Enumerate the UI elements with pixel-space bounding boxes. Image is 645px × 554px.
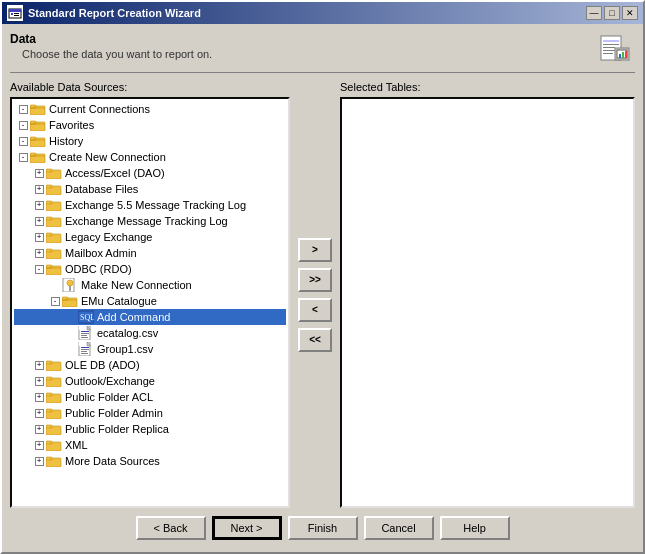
tree-item-odbc-rdo[interactable]: - ODBC (RDO) bbox=[14, 261, 286, 277]
help-button[interactable]: Help bbox=[440, 516, 510, 540]
tree-label-exchange-msg: Exchange Message Tracking Log bbox=[65, 215, 228, 227]
svg-rect-76 bbox=[46, 441, 52, 444]
tree-item-outlook-exchange[interactable]: + Outlook/Exchange bbox=[14, 373, 286, 389]
tree-label-public-folder-admin: Public Folder Admin bbox=[65, 407, 163, 419]
tree-item-public-folder-acl[interactable]: + Public Folder ACL bbox=[14, 389, 286, 405]
folder-icon-public-folder-replica bbox=[46, 423, 62, 435]
selected-tables-container[interactable] bbox=[340, 97, 635, 508]
tree-item-database-files[interactable]: + Database Files bbox=[14, 181, 286, 197]
tree-item-make-new-connection[interactable]: Make New Connection bbox=[14, 277, 286, 293]
tree-item-ole-db[interactable]: + OLE DB (ADO) bbox=[14, 357, 286, 373]
close-button[interactable]: ✕ bbox=[622, 6, 638, 20]
svg-rect-54 bbox=[79, 326, 87, 330]
tree-label-public-folder-acl: Public Folder ACL bbox=[65, 391, 153, 403]
expander-current-connections[interactable]: - bbox=[16, 102, 30, 116]
csv-icon-ecatalog-csv bbox=[78, 326, 94, 340]
tree-item-exchange-55[interactable]: + Exchange 5.5 Message Tracking Log bbox=[14, 197, 286, 213]
expander-exchange-55[interactable]: + bbox=[32, 198, 46, 212]
main-area: Available Data Sources: - Current Connec… bbox=[10, 81, 635, 508]
folder-icon-public-folder-admin bbox=[46, 407, 62, 419]
svg-rect-35 bbox=[46, 217, 52, 220]
left-panel: Available Data Sources: - Current Connec… bbox=[10, 81, 290, 508]
move-all-left-button[interactable]: << bbox=[298, 328, 332, 352]
expander-mailbox-admin[interactable]: + bbox=[32, 246, 46, 260]
cancel-button[interactable]: Cancel bbox=[364, 516, 434, 540]
expander-access-excel[interactable]: + bbox=[32, 166, 46, 180]
expander-group1-csv bbox=[64, 342, 78, 356]
tree-item-more-data-sources[interactable]: + More Data Sources bbox=[14, 453, 286, 469]
tree-item-add-command[interactable]: SQL Add Command bbox=[14, 309, 286, 325]
folder-icon-legacy-exchange bbox=[46, 231, 62, 243]
tree-item-public-folder-admin[interactable]: + Public Folder Admin bbox=[14, 405, 286, 421]
expander-xml[interactable]: + bbox=[32, 438, 46, 452]
minimize-button[interactable]: — bbox=[586, 6, 602, 20]
svg-rect-31 bbox=[46, 185, 52, 188]
tree-item-favorites[interactable]: - Favorites bbox=[14, 117, 286, 133]
expander-more-data-sources[interactable]: + bbox=[32, 454, 46, 468]
tree-container[interactable]: - Current Connections- Favorites- Histor… bbox=[10, 97, 290, 508]
expander-legacy-exchange[interactable]: + bbox=[32, 230, 46, 244]
expander-public-folder-acl[interactable]: + bbox=[32, 390, 46, 404]
expander-make-new-connection bbox=[48, 278, 62, 292]
maximize-button[interactable]: □ bbox=[604, 6, 620, 20]
tree-label-history: History bbox=[49, 135, 83, 147]
tree-item-mailbox-admin[interactable]: + Mailbox Admin bbox=[14, 245, 286, 261]
next-button[interactable]: Next > bbox=[212, 516, 282, 540]
tree-item-exchange-msg[interactable]: + Exchange Message Tracking Log bbox=[14, 213, 286, 229]
tree-item-ecatalog-csv[interactable]: ecatalog.csv bbox=[14, 325, 286, 341]
tree-item-legacy-exchange[interactable]: + Legacy Exchange bbox=[14, 229, 286, 245]
finish-button[interactable]: Finish bbox=[288, 516, 358, 540]
folder-icon-current-connections bbox=[30, 103, 46, 115]
svg-rect-70 bbox=[46, 393, 52, 396]
window-title: Standard Report Creation Wizard bbox=[28, 7, 201, 19]
svg-rect-29 bbox=[46, 169, 52, 172]
expander-create-new-connection[interactable]: - bbox=[16, 150, 30, 164]
tree-item-current-connections[interactable]: - Current Connections bbox=[14, 101, 286, 117]
svg-rect-14 bbox=[622, 52, 624, 58]
move-left-button[interactable]: < bbox=[298, 298, 332, 322]
expander-public-folder-replica[interactable]: + bbox=[32, 422, 46, 436]
wand-icon-make-new-connection bbox=[62, 278, 78, 292]
expander-add-command bbox=[64, 310, 78, 324]
window-icon bbox=[7, 5, 23, 21]
title-bar: Standard Report Creation Wizard — □ ✕ bbox=[2, 2, 643, 24]
tree-item-public-folder-replica[interactable]: + Public Folder Replica bbox=[14, 421, 286, 437]
tree-item-emu-catalogue[interactable]: - EMu Catalogue bbox=[14, 293, 286, 309]
tree-item-xml[interactable]: + XML bbox=[14, 437, 286, 453]
expander-odbc-rdo[interactable]: - bbox=[32, 262, 46, 276]
expander-ole-db[interactable]: + bbox=[32, 358, 46, 372]
expander-history[interactable]: - bbox=[16, 134, 30, 148]
tree-item-access-excel[interactable]: + Access/Excel (DAO) bbox=[14, 165, 286, 181]
expander-outlook-exchange[interactable]: + bbox=[32, 374, 46, 388]
svg-rect-17 bbox=[30, 105, 36, 108]
expander-emu-catalogue[interactable]: - bbox=[48, 294, 62, 308]
svg-rect-3 bbox=[14, 13, 19, 14]
expander-exchange-msg[interactable]: + bbox=[32, 214, 46, 228]
tree-label-favorites: Favorites bbox=[49, 119, 94, 131]
title-controls: — □ ✕ bbox=[586, 6, 638, 20]
expander-public-folder-admin[interactable]: + bbox=[32, 406, 46, 420]
folder-icon-access-excel bbox=[46, 167, 62, 179]
svg-rect-1 bbox=[9, 9, 21, 12]
folder-icon-favorites bbox=[30, 119, 46, 131]
tree-item-history[interactable]: - History bbox=[14, 133, 286, 149]
svg-rect-63 bbox=[81, 351, 87, 352]
svg-rect-13 bbox=[619, 54, 621, 58]
back-button[interactable]: < Back bbox=[136, 516, 206, 540]
folder-icon-mailbox-admin bbox=[46, 247, 62, 259]
move-right-button[interactable]: > bbox=[298, 238, 332, 262]
move-all-right-button[interactable]: >> bbox=[298, 268, 332, 292]
tree-item-create-new-connection[interactable]: - Create New Connection bbox=[14, 149, 286, 165]
svg-rect-6 bbox=[603, 40, 619, 42]
report-icon bbox=[599, 34, 631, 64]
folder-icon-create-new-connection bbox=[30, 151, 46, 163]
expander-database-files[interactable]: + bbox=[32, 182, 46, 196]
folder-icon-exchange-msg bbox=[46, 215, 62, 227]
expander-favorites[interactable]: - bbox=[16, 118, 30, 132]
tree-item-group1-csv[interactable]: Group1.csv bbox=[14, 341, 286, 357]
tree-label-emu-catalogue: EMu Catalogue bbox=[81, 295, 157, 307]
svg-rect-4 bbox=[14, 15, 19, 16]
svg-rect-2 bbox=[11, 13, 13, 15]
svg-rect-68 bbox=[46, 377, 52, 380]
folder-icon-public-folder-acl bbox=[46, 391, 62, 403]
